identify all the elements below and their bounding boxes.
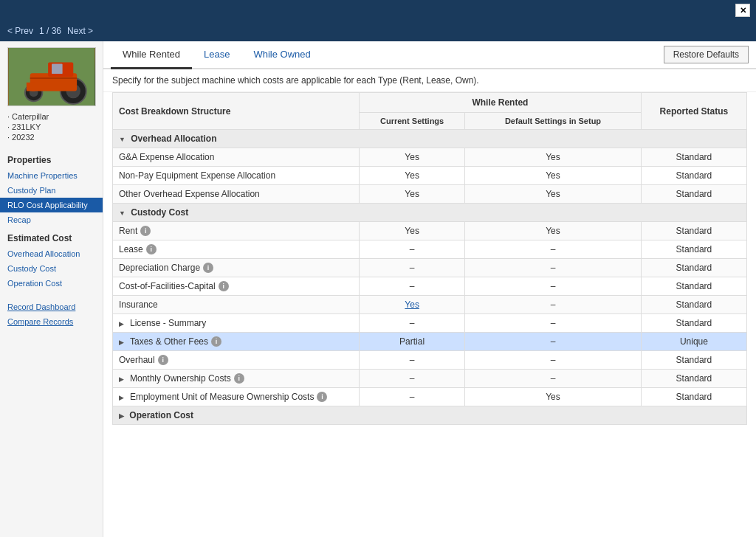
table-row: Employment Unit of Measure Ownership Cos… (113, 388, 747, 406)
expand-license-icon[interactable] (119, 319, 124, 328)
row-default-taxes: – (465, 333, 642, 351)
row-default-nonpro: Yes (465, 167, 642, 185)
nav-bar: < Prev 1 / 36 Next > (0, 21, 756, 41)
row-default-other: Yes (465, 185, 642, 204)
info-icon-lease[interactable]: i (146, 244, 157, 254)
restore-defaults-button[interactable]: Restore Defaults (664, 46, 749, 63)
info-icon-depreciation[interactable]: i (203, 263, 213, 273)
section-overhead-label: Overhead Allocation (131, 134, 216, 144)
info-icon-monthly[interactable]: i (234, 373, 244, 384)
row-default-overhaul: – (465, 351, 642, 370)
sidebar-item-custody-plan[interactable]: Custody Plan (0, 183, 103, 198)
col-default-settings: Default Settings in Setup (465, 113, 642, 130)
sidebar-item-rlo-cost[interactable]: RLO Cost Applicability (0, 198, 103, 212)
table-row: Rent i Yes Yes Standard (113, 222, 747, 240)
row-current-insurance[interactable]: Yes (360, 296, 465, 314)
row-default-monthly: – (465, 370, 642, 388)
col-breakdown-structure: Cost Breakdown Structure (113, 93, 360, 130)
sidebar-item-machine-properties[interactable]: Machine Properties (0, 168, 103, 183)
tab-while-rented[interactable]: While Rented (111, 41, 192, 69)
row-name-taxes: Taxes & Other Fees i (113, 333, 360, 351)
row-reported-license: Standard (641, 314, 746, 333)
table-row: License - Summary – – Standard (113, 314, 747, 333)
section-row-overhead: Overhead Allocation (113, 130, 747, 148)
expand-taxes-icon[interactable] (119, 338, 124, 346)
section-row-operation: Operation Cost (113, 406, 747, 425)
next-button[interactable]: Next > (67, 26, 93, 36)
info-icon-cof[interactable]: i (219, 281, 229, 291)
row-name-depreciation: Depreciation Charge i (113, 259, 360, 277)
row-current-employment: – (360, 388, 465, 406)
sidebar-machine-info: · Caterpillar · 231LKY · 20232 (0, 112, 103, 149)
row-reported-cof: Standard (641, 277, 746, 296)
collapse-custody-icon[interactable] (119, 209, 126, 217)
record-dashboard-link[interactable]: Record Dashboard (0, 299, 103, 314)
row-reported-overhaul: Standard (641, 351, 746, 370)
row-name-other: Other Overhead Expense Allocation (113, 185, 360, 204)
brand-label: · Caterpillar (7, 112, 95, 121)
row-name-insurance: Insurance (113, 296, 360, 314)
row-name-ga: G&A Expense Allocation (113, 148, 360, 167)
row-current-nonpro: Yes (360, 167, 465, 185)
row-name-cof: Cost-of-Facilities-Capital i (113, 277, 360, 296)
expand-employment-icon[interactable] (119, 393, 124, 401)
info-icon-employment[interactable]: i (317, 392, 327, 402)
row-reported-nonpro: Standard (641, 167, 746, 185)
row-default-employment: Yes (465, 388, 642, 406)
properties-section-title: Properties (0, 149, 103, 168)
sidebar-item-overhead-allocation[interactable]: Overhead Allocation (0, 246, 103, 261)
prev-button[interactable]: < Prev (7, 26, 33, 36)
row-name-monthly: Monthly Ownership Costs i (113, 370, 360, 388)
row-current-rent: Yes (360, 222, 465, 240)
sidebar-item-operation-cost[interactable]: Operation Cost (0, 276, 103, 291)
sidebar-item-custody-cost[interactable]: Custody Cost (0, 261, 103, 276)
row-current-license: – (360, 314, 465, 333)
sidebar-image (7, 47, 96, 106)
table-row: G&A Expense Allocation Yes Yes Standard (113, 148, 747, 167)
row-current-overhaul: – (360, 351, 465, 370)
col-header-row: Cost Breakdown Structure While Rented Re… (113, 93, 747, 113)
row-reported-monthly: Standard (641, 370, 746, 388)
row-default-license: – (465, 314, 642, 333)
table-row: Overhaul i – – Standard (113, 351, 747, 370)
compare-records-link[interactable]: Compare Records (0, 314, 103, 329)
expand-monthly-icon[interactable] (119, 375, 124, 383)
row-reported-rent: Standard (641, 222, 746, 240)
tab-while-owned[interactable]: While Owned (241, 41, 322, 69)
table-row: Insurance Yes – Standard (113, 296, 747, 314)
tab-lease[interactable]: Lease (192, 41, 241, 69)
table-container: Cost Breakdown Structure While Rented Re… (103, 92, 756, 434)
row-default-cof: – (465, 277, 642, 296)
row-default-lease: – (465, 240, 642, 259)
row-reported-employment: Standard (641, 388, 746, 406)
estimated-cost-section-title: Estimated Cost (0, 227, 103, 246)
table-row: Lease i – – Standard (113, 240, 747, 259)
row-default-depreciation: – (465, 259, 642, 277)
info-icon-rent[interactable]: i (140, 226, 151, 236)
row-current-depreciation: – (360, 259, 465, 277)
info-icon-overhaul[interactable]: i (158, 355, 168, 365)
row-current-lease: – (360, 240, 465, 259)
sidebar: · Caterpillar · 231LKY · 20232 Propertie… (0, 41, 103, 537)
section-operation-label: Operation Cost (129, 410, 193, 420)
collapse-overhead-icon[interactable] (119, 135, 126, 143)
section-row-custody: Custody Cost (113, 204, 747, 222)
row-reported-ga: Standard (641, 148, 746, 167)
close-button[interactable]: ✕ (735, 4, 750, 17)
info-icon-taxes[interactable]: i (211, 336, 221, 347)
content-area: While Rented Lease While Owned Restore D… (103, 41, 756, 537)
tabs-bar: While Rented Lease While Owned Restore D… (103, 41, 756, 69)
sidebar-item-recap[interactable]: Recap (0, 212, 103, 227)
row-name-license: License - Summary (113, 314, 360, 333)
row-current-ga: Yes (360, 148, 465, 167)
row-reported-depreciation: Standard (641, 259, 746, 277)
row-default-insurance: – (465, 296, 642, 314)
row-name-overhaul: Overhaul i (113, 351, 360, 370)
row-name-lease: Lease i (113, 240, 360, 259)
table-row: Depreciation Charge i – – Standard (113, 259, 747, 277)
expand-operation-icon[interactable] (119, 412, 124, 420)
svg-rect-8 (27, 83, 35, 91)
page-indicator: 1 / 36 (39, 26, 61, 36)
top-bar: ✕ (0, 0, 756, 21)
row-current-monthly: – (360, 370, 465, 388)
